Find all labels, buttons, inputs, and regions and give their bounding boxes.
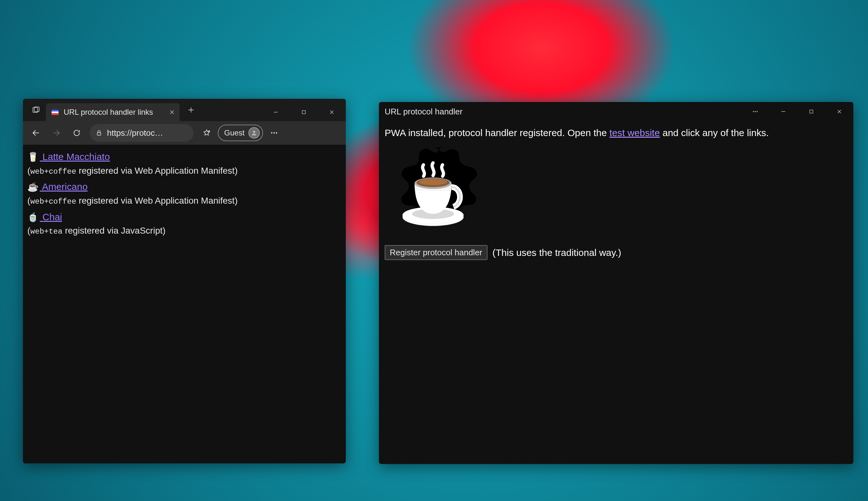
window-close-button[interactable] [318, 103, 346, 121]
close-icon [329, 109, 335, 115]
svg-point-18 [253, 131, 255, 133]
browser-tab[interactable]: URL protocol handler links [46, 103, 179, 121]
pwa-content: PWA installed, protocol handler register… [379, 121, 853, 265]
site-info-button[interactable] [96, 129, 102, 136]
svg-point-24 [757, 111, 758, 112]
more-button[interactable] [265, 124, 283, 142]
window-minimize-button[interactable] [769, 103, 797, 120]
nav-forward-button[interactable] [47, 124, 66, 142]
maximize-icon [300, 109, 307, 115]
window-minimize-button[interactable] [262, 103, 290, 121]
coffee-cup-image [386, 146, 482, 238]
person-icon [251, 130, 257, 136]
link-subtext: (web+tea registered via JavaScript) [28, 224, 341, 237]
window-maximize-button[interactable] [797, 103, 825, 120]
svg-rect-26 [810, 110, 813, 113]
tab-actions-icon [32, 106, 40, 114]
new-tab-button[interactable] [184, 102, 199, 118]
tab-close-button[interactable] [167, 108, 176, 117]
refresh-icon [73, 129, 81, 137]
svg-point-22 [753, 111, 754, 112]
close-icon [169, 109, 175, 115]
tab-title: URL protocol handler links [64, 108, 163, 117]
ellipsis-icon [270, 129, 278, 137]
page-content: 🥛 Latte Macchiato (web+coffee registered… [23, 145, 346, 463]
link-americano[interactable]: Americano [40, 181, 88, 192]
ellipsis-icon [752, 108, 758, 115]
desktop-wallpaper: URL protocol handler links [0, 0, 868, 501]
link-test-website[interactable]: test website [609, 127, 660, 138]
svg-rect-10 [302, 110, 305, 114]
maximize-icon [808, 108, 814, 115]
link-latte-macchiato[interactable]: Latte Macchiato [40, 151, 110, 162]
browser-toolbar: https://protoc… Guest [23, 121, 346, 145]
browser-window: URL protocol handler links [23, 99, 346, 463]
link-subtext: (web+coffee registered via Web Applicati… [28, 194, 341, 207]
svg-point-20 [274, 132, 275, 134]
tab-actions-button[interactable] [25, 99, 46, 121]
link-subtext: (web+coffee registered via Web Applicati… [28, 164, 341, 178]
tab-favicon [51, 108, 59, 116]
register-note: (This uses the traditional way.) [493, 245, 622, 260]
link-chai[interactable]: Chai [40, 212, 62, 222]
svg-rect-2 [52, 110, 58, 111]
minimize-icon [780, 108, 787, 115]
intro-text: PWA installed, protocol handler register… [385, 126, 848, 140]
pwa-window: URL protocol handler [379, 102, 853, 464]
drink-emoji: ☕ [28, 182, 39, 192]
plus-icon [187, 106, 195, 114]
pwa-title: URL protocol handler [385, 107, 463, 117]
tab-strip: URL protocol handler links [23, 99, 346, 121]
profile-button[interactable]: Guest [218, 125, 263, 141]
window-maximize-button[interactable] [290, 103, 318, 121]
pwa-titlebar: URL protocol handler [379, 102, 853, 121]
drink-emoji: 🥛 [28, 152, 39, 162]
svg-point-19 [271, 132, 272, 134]
favorites-button[interactable] [197, 124, 216, 142]
app-menu-button[interactable] [741, 103, 769, 120]
svg-rect-3 [52, 111, 58, 113]
arrow-left-icon [32, 128, 41, 137]
svg-rect-4 [52, 113, 58, 115]
lock-icon [96, 129, 102, 136]
profile-avatar [248, 127, 260, 139]
close-icon [836, 108, 843, 115]
address-bar[interactable]: https://protoc… [90, 124, 194, 142]
address-bar-text: https://protoc… [107, 128, 163, 138]
drink-emoji: 🍵 [28, 212, 39, 222]
nav-back-button[interactable] [27, 124, 45, 142]
svg-point-34 [419, 179, 447, 185]
profile-label: Guest [224, 128, 244, 137]
svg-point-21 [276, 132, 277, 134]
arrow-right-icon [52, 128, 61, 137]
star-plus-icon [202, 129, 211, 137]
register-protocol-handler-button[interactable]: Register protocol handler [385, 245, 487, 260]
window-close-button[interactable] [825, 103, 853, 120]
svg-rect-15 [97, 132, 101, 135]
svg-point-23 [755, 111, 756, 112]
minimize-icon [273, 109, 279, 115]
nav-refresh-button[interactable] [67, 124, 86, 142]
